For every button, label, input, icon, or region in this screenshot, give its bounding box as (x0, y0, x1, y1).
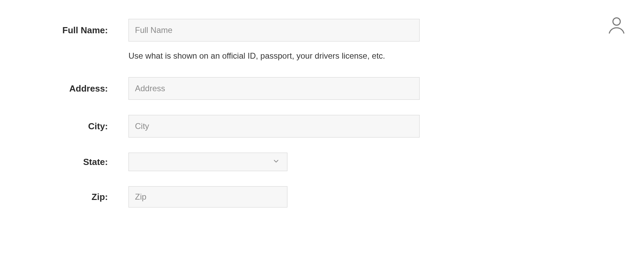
address-input[interactable] (128, 77, 420, 100)
address-label: Address: (0, 83, 128, 94)
zip-label: Zip: (0, 192, 128, 202)
state-row: State: (0, 153, 644, 171)
full-name-helper: Use what is shown on an official ID, pas… (128, 51, 385, 61)
full-name-label: Full Name: (0, 25, 128, 36)
city-row: City: (0, 115, 644, 138)
city-label: City: (0, 121, 128, 132)
full-name-input[interactable] (128, 19, 420, 41)
full-name-helper-row: Use what is shown on an official ID, pas… (0, 51, 644, 61)
full-name-row: Full Name: (0, 19, 644, 41)
zip-row: Zip: (0, 186, 644, 207)
personal-info-form: Full Name: Use what is shown on an offic… (0, 19, 644, 207)
address-row: Address: (0, 77, 644, 100)
state-select[interactable] (128, 153, 287, 171)
city-input[interactable] (128, 115, 420, 138)
state-label: State: (0, 157, 128, 167)
zip-input[interactable] (128, 186, 287, 207)
